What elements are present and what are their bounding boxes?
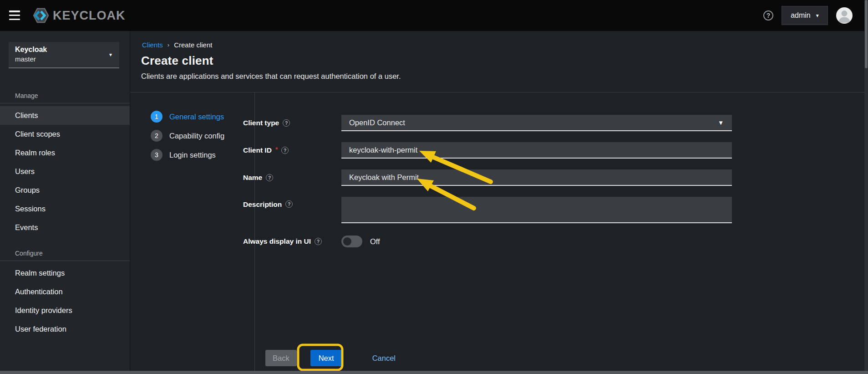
form-row-name: Name ? (243, 169, 732, 186)
back-button[interactable]: Back (265, 350, 297, 366)
chevron-down-icon: ▼ (718, 115, 724, 131)
help-question-icon[interactable]: ? (266, 174, 273, 181)
form-row-client-type: Client type ? OpenID Connect ▼ (243, 115, 732, 131)
hamburger-menu-icon[interactable] (9, 10, 21, 20)
wizard-step-number: 3 (151, 149, 162, 161)
description-label: Description (243, 200, 282, 209)
sidebar-item-users[interactable]: Users (0, 162, 130, 181)
keycloak-admin-console: KEYCLOAK ? admin ▾ Keycloak master ▾ Man… (0, 0, 868, 374)
realm-switcher[interactable]: Keycloak master ▾ (9, 42, 119, 68)
help-question-icon[interactable]: ? (283, 119, 290, 127)
breadcrumb-link-clients[interactable]: Clients (142, 41, 163, 49)
cancel-button[interactable]: Cancel (372, 354, 396, 363)
breadcrumb-current: Create client (174, 41, 212, 49)
user-dropdown-label: admin (791, 11, 811, 20)
page-header-divider (130, 92, 864, 92)
top-header-bar: KEYCLOAK ? admin ▾ (0, 0, 868, 31)
wizard-footer: Back Next Cancel (265, 350, 396, 366)
wizard-step-general-settings[interactable]: 1General settings (151, 111, 224, 123)
avatar[interactable] (836, 7, 853, 24)
page-description: Clients are applications and services th… (141, 72, 401, 81)
person-icon (836, 7, 853, 24)
name-label: Name (243, 174, 262, 182)
help-question-icon[interactable]: ? (285, 200, 293, 208)
chevron-down-icon: ▾ (816, 13, 819, 18)
user-dropdown[interactable]: admin ▾ (782, 6, 828, 25)
client-type-label: Client type (243, 119, 279, 127)
sidebar-nav: ManageClientsClient scopesRealm rolesUse… (0, 80, 130, 338)
wizard-step-login-settings[interactable]: 3Login settings (151, 149, 224, 161)
form-row-always-display: Always display in UI ? Off (243, 235, 732, 247)
next-button[interactable]: Next (310, 350, 342, 366)
sidebar: Keycloak master ▾ ManageClientsClient sc… (0, 31, 130, 371)
nav-section-label-manage: Manage (15, 92, 130, 99)
breadcrumb: Clients › Create client (142, 41, 212, 49)
sidebar-item-clients[interactable]: Clients (0, 106, 130, 125)
sidebar-item-realm-settings[interactable]: Realm settings (0, 264, 130, 282)
toggle-state-text: Off (370, 237, 380, 246)
page-title: Create client (141, 54, 213, 68)
form-row-client-id: Client ID * ? (243, 142, 732, 159)
always-display-label: Always display in UI (243, 237, 311, 246)
form-row-description: Description ? (243, 197, 732, 225)
keycloak-logo-text: KEYCLOAK (53, 9, 126, 23)
help-question-icon[interactable]: ? (281, 147, 289, 154)
wizard-nav-divider (254, 92, 255, 371)
sidebar-item-user-federation[interactable]: User federation (0, 320, 130, 338)
sidebar-item-identity-providers[interactable]: Identity providers (0, 301, 130, 320)
realm-switcher-title: Keycloak (15, 46, 113, 54)
wizard-step-label: General settings (169, 113, 224, 121)
description-textarea[interactable] (341, 197, 732, 223)
client-id-label: Client ID (243, 146, 272, 154)
sidebar-item-sessions[interactable]: Sessions (0, 200, 130, 218)
help-icon[interactable]: ? (763, 10, 773, 20)
toggle-knob (343, 237, 351, 246)
help-question-icon[interactable]: ? (315, 238, 322, 245)
scrollbar[interactable] (864, 0, 868, 371)
wizard-step-label: Capability config (169, 132, 224, 140)
name-input[interactable] (341, 169, 732, 186)
client-type-select[interactable]: OpenID Connect ▼ (341, 115, 732, 131)
sidebar-item-events[interactable]: Events (0, 218, 130, 237)
wizard-step-capability-config[interactable]: 2Capability config (151, 130, 224, 142)
wizard-step-number: 1 (151, 111, 162, 123)
realm-switcher-current-realm: master (15, 55, 113, 63)
wizard-step-label: Login settings (169, 151, 216, 159)
sidebar-item-client-scopes[interactable]: Client scopes (0, 125, 130, 143)
keycloak-logo-icon (29, 6, 50, 25)
wizard-step-number: 2 (151, 130, 162, 142)
always-display-toggle[interactable] (341, 236, 362, 247)
client-type-value: OpenID Connect (349, 118, 405, 127)
bottom-edge-strip (0, 371, 868, 374)
keycloak-logo: KEYCLOAK (29, 6, 126, 25)
sidebar-item-groups[interactable]: Groups (0, 181, 130, 200)
chevron-down-icon: ▾ (109, 52, 112, 57)
nav-section-label-configure: Configure (15, 250, 130, 257)
breadcrumb-separator-icon: › (168, 41, 169, 48)
main-content: Clients › Create client Create client Cl… (130, 31, 864, 371)
scrollbar-thumb[interactable] (865, 0, 868, 68)
required-asterisk: * (275, 146, 278, 153)
client-id-input[interactable] (341, 142, 732, 159)
sidebar-item-realm-roles[interactable]: Realm roles (0, 143, 130, 162)
wizard-steps: 1General settings2Capability config3Logi… (151, 111, 224, 168)
sidebar-item-authentication[interactable]: Authentication (0, 282, 130, 301)
